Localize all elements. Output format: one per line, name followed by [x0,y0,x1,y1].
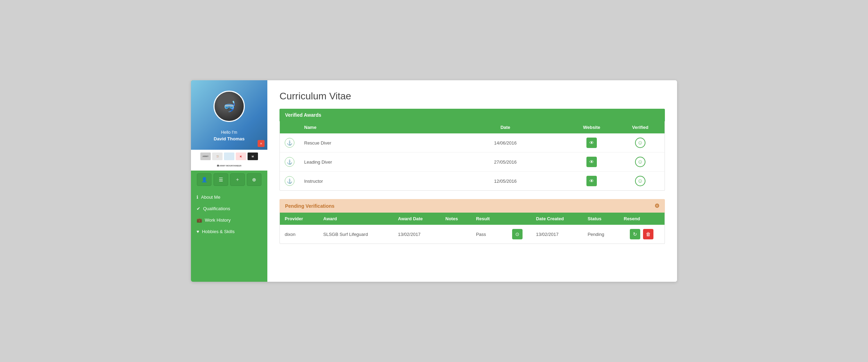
row-icon-cell: ⚓ [280,172,299,191]
verified-awards-section: Verified Awards Name Date [279,109,665,191]
anchor-icon-3: ⚓ [285,176,294,186]
add-button[interactable]: ＋ [230,173,245,186]
resend-button[interactable]: ↻ [630,229,640,239]
page-title: Curriculum Vitae [279,91,665,102]
col-notes: Notes [441,213,471,225]
circle-add-button[interactable]: ⊕ [247,173,261,186]
pending-award-date-cell: 13/02/2017 [393,225,440,244]
table-row: ⚓ Rescue Diver 14/06/2016 👁 [280,133,665,153]
mountaineer-label: 🏔 ARMY MOUNTAINEER [217,165,242,167]
hobbies-label: Hobbies & Skills [202,229,235,234]
award-date-cell: 14/06/2016 [443,133,567,153]
logo-3 [224,153,234,160]
website-cell: 👁 [567,153,616,172]
verified-cell: ☺ [616,153,665,172]
pending-verifications-section: Pending Verifications ⚙ Provider Award [279,199,665,244]
col-result: Result [471,213,503,225]
pending-provider-cell: dixon [280,225,318,244]
verified-awards-table: Name Date Website Verified [280,121,665,190]
pending-notes-cell [441,225,471,244]
table-row: ⚓ Leading Diver 27/05/2016 👁 [280,153,665,172]
logo-5: M [248,153,258,160]
anchor-icon-2: ⚓ [285,157,294,167]
award-name-cell: Instructor [299,172,443,191]
sidebar-greeting: Hello I'm David Thomas [191,129,267,142]
gear-icon[interactable]: ⚙ [654,203,659,209]
col-date-header: Date [443,121,567,133]
profile-button[interactable]: 👤 [197,173,211,186]
pending-date-created-cell: 13/02/2017 [531,225,583,244]
award-name-cell: Leading Diver [299,153,443,172]
avatar: 🤿 [214,91,245,122]
sidebar-item-hobbies[interactable]: ♥ Hobbies & Skills [191,226,267,237]
action-buttons: 👤 ☰ ＋ ⊕ [191,171,267,189]
eye-button-3[interactable]: 👁 [586,176,597,186]
pending-eye-cell: ⊙ [503,225,531,244]
col-resend: Resend [619,213,665,225]
briefcase-icon: 💼 [197,217,202,223]
table-header-row: Name Date Website Verified [280,121,665,133]
pending-verifications-body: Provider Award Award Date Notes [279,213,665,244]
col-website-header: Website [567,121,616,133]
main-content: Curriculum Vitae Verified Awards Name [267,80,677,282]
sidebar-item-work-history[interactable]: 💼 Work History [191,214,267,226]
col-icon-header [280,121,299,133]
logo-4: K [236,153,246,160]
check-icon: ✔ [197,206,200,211]
row-icon-cell: ⚓ [280,153,299,172]
verified-cell: ☺ [616,172,665,191]
list-button[interactable]: ☰ [214,173,228,186]
user-name: David Thomas [191,135,267,142]
logos-area: ARMY 🏹 K M 🏔 ARMY MOUNTAINEER [191,150,267,171]
eye-button-1[interactable]: 👁 [586,138,597,148]
about-me-label: About Me [201,195,220,200]
logo-1: ARMY [200,153,211,160]
info-icon: ℹ [197,195,198,200]
col-award: Award [318,213,393,225]
sidebar-photo-area: 🤿 Hello I'm David Thomas × [191,80,267,150]
delete-button[interactable]: 🗑 [643,229,653,239]
heart-icon: ♥ [197,229,199,234]
pending-status-cell: Pending [583,225,619,244]
work-history-label: Work History [205,217,231,223]
verified-icon-1: ☺ [635,138,645,148]
award-date-cell: 12/05/2016 [443,172,567,191]
verified-awards-body: Name Date Website Verified [279,121,665,191]
verified-awards-header: Verified Awards [279,109,665,121]
pending-header-row: Provider Award Award Date Notes [280,213,665,225]
pending-eye-button[interactable]: ⊙ [512,229,523,239]
greeting-text: Hello I'm [191,129,267,135]
website-cell: 👁 [567,133,616,153]
col-award-date: Award Date [393,213,440,225]
anchor-icon: ⚓ [285,138,294,148]
qualifications-label: Qualifications [203,206,230,211]
website-cell: 👁 [567,172,616,191]
pending-resend-cell: ↻ 🗑 [619,225,665,244]
pending-verifications-header: Pending Verifications ⚙ [279,199,665,213]
pending-table-row: dixon SLSGB Surf Lifeguard 13/02/2017 Pa… [280,225,665,244]
eye-button-2[interactable]: 👁 [586,157,597,167]
verified-icon-3: ☺ [635,176,645,186]
sidebar: 🤿 Hello I'm David Thomas × ARMY 🏹 K M 🏔 … [191,80,267,282]
close-button[interactable]: × [258,140,265,147]
logo-2: 🏹 [212,153,223,160]
col-verified-header: Verified [616,121,665,133]
pending-table: Provider Award Award Date Notes [280,213,665,244]
col-date-created: Date Created [531,213,583,225]
award-date-cell: 27/05/2016 [443,153,567,172]
col-name-header: Name [299,121,443,133]
avatar-image: 🤿 [215,92,244,121]
pending-award-cell: SLSGB Surf Lifeguard [318,225,393,244]
verified-cell: ☺ [616,133,665,153]
table-row: ⚓ Instructor 12/05/2016 👁 [280,172,665,191]
sidebar-item-qualifications[interactable]: ✔ Qualifications [191,203,267,214]
col-status: Status [583,213,619,225]
pending-result-cell: Pass [471,225,503,244]
col-provider: Provider [280,213,318,225]
sidebar-item-about-me[interactable]: ℹ About Me [191,191,267,203]
verified-icon-2: ☺ [635,157,645,167]
sidebar-nav: ℹ About Me ✔ Qualifications 💼 Work Histo… [191,189,267,282]
page-container: 🤿 Hello I'm David Thomas × ARMY 🏹 K M 🏔 … [191,80,677,282]
col-result-action [503,213,531,225]
award-name-cell: Rescue Diver [299,133,443,153]
